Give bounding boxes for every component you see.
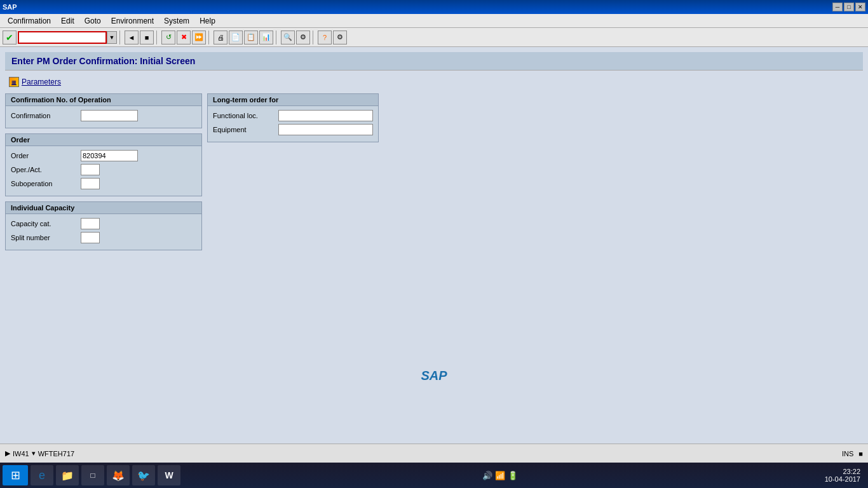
settings-button[interactable]: ⚙	[296, 30, 310, 44]
config-button[interactable]: ⚙	[333, 30, 347, 44]
order-body: Order Oper./Act. Suboperation	[6, 146, 201, 196]
title-bar: SAP ─ □ ✕	[0, 0, 868, 14]
taskbar-system-icons: 🔊 📶 🔋	[482, 471, 518, 480]
print2-button[interactable]: 📄	[229, 30, 243, 44]
split-number-row: Split number	[11, 232, 196, 243]
separator-5	[313, 30, 315, 44]
separator-2	[156, 30, 159, 44]
taskbar-lenovo[interactable]: □	[81, 465, 104, 485]
equipment-input[interactable]	[278, 124, 374, 135]
confirmation-label: Confirmation	[11, 112, 81, 119]
status-mode: INS	[842, 450, 853, 458]
split-number-input[interactable]	[81, 232, 100, 243]
menu-goto[interactable]: Goto	[79, 15, 106, 27]
forward-button[interactable]: ■	[140, 30, 154, 44]
taskbar-icon-2: 📶	[495, 471, 505, 480]
minimize-button[interactable]: ─	[832, 3, 843, 11]
split-number-label: Split number	[11, 234, 81, 241]
find-button[interactable]: 🔍	[281, 30, 295, 44]
parameters-button[interactable]: ▦ Parameters	[9, 77, 61, 87]
capacity-cat-input[interactable]	[81, 218, 100, 229]
params-icon: ▦	[9, 77, 19, 87]
suboperation-input[interactable]	[81, 178, 100, 189]
menu-environment[interactable]: Environment	[106, 15, 159, 27]
confirmation-input[interactable]	[81, 110, 138, 121]
sap-brand: SAP	[5, 369, 863, 383]
oper-act-label: Oper./Act.	[11, 166, 81, 173]
functional-loc-label: Functional loc.	[213, 112, 278, 119]
time-display: 23:22	[825, 468, 860, 475]
order-header: Order	[6, 134, 201, 146]
windows-icon: ⊞	[11, 468, 20, 482]
menu-system[interactable]: System	[159, 15, 194, 27]
menu-help[interactable]: Help	[194, 15, 220, 27]
menu-bar: Confirmation Edit Goto Environment Syste…	[0, 14, 868, 28]
long-term-order-body: Functional loc. Equipment	[208, 106, 378, 142]
params-label: Parameters	[22, 78, 61, 86]
individual-capacity-body: Capacity cat. Split number	[6, 214, 201, 250]
order-section: Order Order Oper./Act. Suboperation	[5, 133, 202, 196]
date-display: 10-04-2017	[825, 475, 860, 483]
status-bar: ▶ IW41 ▾ WFTEH717 INS ■	[0, 444, 868, 463]
page-title: Enter PM Order Confirmation: Initial Scr…	[11, 56, 195, 66]
status-left: ▶ IW41 ▾ WFTEH717	[5, 449, 74, 458]
long-term-order-section: Long-term order for Functional loc. Equi…	[207, 93, 379, 142]
order-input[interactable]	[81, 150, 138, 161]
separator-1	[119, 30, 122, 44]
order-label: Order	[11, 152, 81, 159]
refresh-button[interactable]: ↺	[161, 30, 175, 44]
title-bar-buttons: ─ □ ✕	[832, 3, 865, 11]
taskbar: ⊞ e 📁 □ 🦊 🐦 W 🔊 📶 🔋 23:22 10-04-2017	[0, 463, 868, 488]
taskbar-firefox[interactable]: 🦊	[107, 465, 130, 485]
taskbar-icon-3: 🔋	[508, 471, 518, 480]
long-term-order-header: Long-term order for	[208, 94, 378, 106]
confirmation-no-body: Confirmation	[6, 106, 201, 128]
status-separator: ▾	[32, 449, 36, 458]
taskbar-word[interactable]: W	[158, 465, 180, 485]
taskbar-bird[interactable]: 🐦	[132, 465, 155, 485]
command-dropdown-arrow[interactable]: ▼	[107, 31, 117, 44]
stop-button[interactable]: ✖	[177, 30, 191, 44]
capacity-cat-row: Capacity cat.	[11, 218, 196, 229]
toolbar: ✔ ▼ ◄ ■ ↺ ✖ ⏩ 🖨 📄 📋 📊 🔍 ⚙ ? ⚙	[0, 28, 868, 47]
oper-act-input[interactable]	[81, 164, 100, 175]
help-button[interactable]: ?	[318, 30, 332, 44]
back-button[interactable]: ◄	[125, 30, 139, 44]
equipment-row: Equipment	[213, 124, 373, 135]
ok-icon[interactable]: ✔	[3, 30, 17, 44]
status-user: WFTEH717	[38, 450, 74, 458]
functional-loc-input[interactable]	[278, 110, 374, 121]
equipment-label: Equipment	[213, 126, 278, 133]
left-column: Confirmation No. of Operation Confirmati…	[5, 93, 202, 255]
confirmation-no-header: Confirmation No. of Operation	[6, 94, 201, 106]
status-end: ■	[858, 450, 863, 458]
close-button[interactable]: ✕	[855, 3, 865, 11]
print-button[interactable]: 🖨	[214, 30, 227, 44]
status-right: INS ■	[842, 450, 863, 458]
two-column-layout: Confirmation No. of Operation Confirmati…	[5, 93, 863, 255]
suboperation-row: Suboperation	[11, 178, 196, 189]
taskbar-explorer[interactable]: 📁	[56, 465, 79, 485]
status-arrow: ▶	[5, 449, 10, 458]
nav-button[interactable]: ⏩	[192, 30, 206, 44]
print3-button[interactable]: 📋	[244, 30, 258, 44]
transaction-code: IW41	[13, 450, 29, 458]
menu-confirmation[interactable]: Confirmation	[3, 15, 56, 27]
confirmation-no-section: Confirmation No. of Operation Confirmati…	[5, 93, 202, 128]
menu-edit[interactable]: Edit	[56, 15, 79, 27]
right-column: Long-term order for Functional loc. Equi…	[207, 93, 379, 255]
title-bar-text: SAP	[3, 3, 17, 11]
individual-capacity-section: Individual Capacity Capacity cat. Split …	[5, 201, 202, 250]
suboperation-label: Suboperation	[11, 180, 81, 187]
separator-3	[208, 30, 211, 44]
separator-4	[276, 30, 278, 44]
start-button[interactable]: ⊞	[3, 465, 28, 485]
individual-capacity-header: Individual Capacity	[6, 202, 201, 214]
page-title-bar: Enter PM Order Confirmation: Initial Scr…	[5, 52, 863, 71]
command-input[interactable]	[18, 31, 107, 44]
print4-button[interactable]: 📊	[259, 30, 273, 44]
functional-loc-row: Functional loc.	[213, 110, 373, 121]
taskbar-ie[interactable]: e	[31, 465, 53, 485]
taskbar-time: 23:22 10-04-2017	[825, 468, 865, 483]
maximize-button[interactable]: □	[844, 3, 854, 11]
